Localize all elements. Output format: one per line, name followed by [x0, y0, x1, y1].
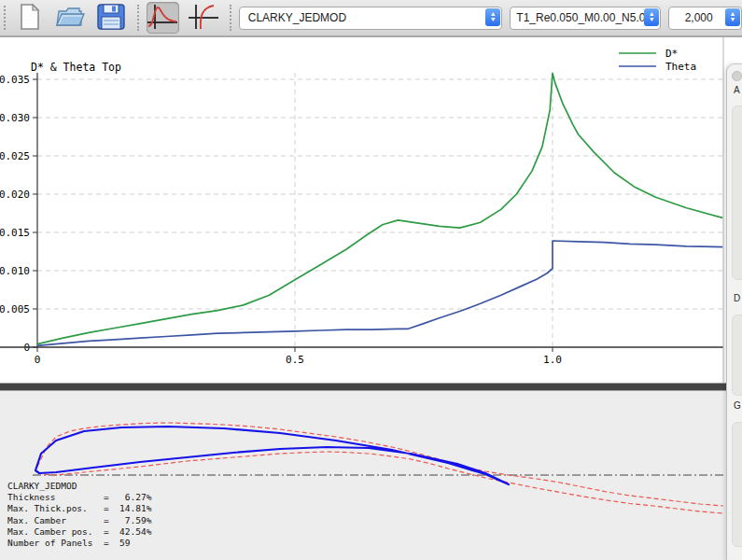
foil-view-pane: CLARKY_JEDMOD Thickness = 6.27% Max. Thi… — [0, 391, 742, 560]
operating-point-select[interactable]: 2,000 ▲▼ — [668, 7, 742, 30]
boundary-layer-graph-icon — [147, 3, 178, 34]
legend-label: Theta — [665, 61, 696, 73]
curve-theta — [37, 241, 722, 345]
combo-stepper-icon[interactable]: ▲▼ — [725, 8, 740, 26]
horizontal-splitter[interactable] — [0, 383, 742, 391]
main-toolbar: CLARKY_JEDMOD ▲▼ T1_Re0.050_M0.00_N5.0 ▲… — [0, 0, 742, 37]
save-button[interactable] — [94, 2, 128, 34]
polar-select-value: T1_Re0.050_M0.00_N5.0 — [511, 11, 660, 24]
toolbar-separator — [230, 5, 231, 31]
panel-window-button[interactable] — [732, 71, 742, 81]
docked-settings-panel: A D G — [726, 63, 742, 560]
new-document-icon — [19, 4, 41, 33]
bl-graph-pane[interactable]: 00.0050.0100.0150.0200.0250.0300.03500.5… — [0, 37, 742, 383]
toolbar-drag-handle[interactable] — [4, 6, 6, 30]
y-tick-label: 0.035 — [0, 74, 30, 86]
polar-select[interactable]: T1_Re0.050_M0.00_N5.0 ▲▼ — [510, 7, 661, 30]
y-tick-label: 0.010 — [0, 265, 30, 277]
x-tick-label: 0 — [35, 354, 41, 366]
combo-stepper-icon[interactable]: ▲▼ — [644, 8, 659, 26]
panel-section-label: G — [734, 400, 741, 411]
polar-view-button[interactable] — [187, 2, 220, 34]
open-folder-icon — [55, 5, 85, 32]
dstar-theta-chart[interactable]: 00.0050.0100.0150.0200.0250.0300.03500.5… — [0, 37, 742, 383]
x-tick-label: 0.5 — [286, 354, 304, 366]
legend-label: D* — [665, 48, 678, 60]
foil-select[interactable]: CLARKY_JEDMOD ▲▼ — [239, 7, 503, 30]
panel-section-label: D — [734, 293, 740, 303]
panel-card — [732, 422, 742, 547]
y-tick-label: 0.030 — [0, 112, 30, 124]
y-tick-label: 0.005 — [0, 303, 30, 315]
panel-section-label: A — [734, 85, 740, 95]
y-tick-label: 0.025 — [0, 150, 30, 162]
curve-d — [37, 73, 722, 343]
graph-title: D* & Theta Top — [31, 61, 121, 74]
save-disk-icon — [97, 4, 125, 33]
y-tick-label: 0.015 — [0, 227, 30, 239]
panel-card — [732, 315, 742, 396]
toolbar-separator — [137, 5, 139, 31]
polar-graph-icon — [188, 3, 219, 34]
foil-select-value: CLARKY_JEDMOD — [240, 11, 502, 24]
foil-stats-text: CLARKY_JEDMOD Thickness = 6.27% Max. Thi… — [7, 481, 151, 549]
new-button[interactable] — [13, 2, 47, 34]
bl-graph-view-button[interactable] — [147, 2, 180, 34]
airfoil-outline — [35, 427, 509, 484]
open-button[interactable] — [54, 2, 88, 34]
x-tick-label: 1.0 — [543, 354, 562, 366]
y-tick-label: 0.020 — [0, 189, 30, 201]
panel-card — [732, 105, 742, 280]
combo-stepper-icon[interactable]: ▲▼ — [485, 8, 500, 26]
